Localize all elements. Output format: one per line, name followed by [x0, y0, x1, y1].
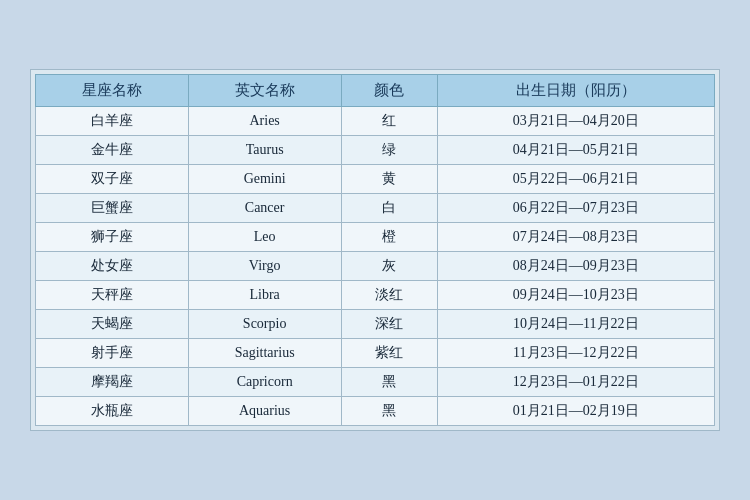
- header-english-name: 英文名称: [188, 75, 341, 107]
- cell-chinese-name: 摩羯座: [36, 368, 189, 397]
- cell-color: 紫红: [341, 339, 437, 368]
- cell-color: 绿: [341, 136, 437, 165]
- cell-english-name: Leo: [188, 223, 341, 252]
- header-color: 颜色: [341, 75, 437, 107]
- table-row: 射手座Sagittarius紫红11月23日—12月22日: [36, 339, 715, 368]
- cell-english-name: Taurus: [188, 136, 341, 165]
- cell-color: 黑: [341, 397, 437, 426]
- table-row: 狮子座Leo橙07月24日—08月23日: [36, 223, 715, 252]
- table-row: 金牛座Taurus绿04月21日—05月21日: [36, 136, 715, 165]
- table-row: 摩羯座Capricorn黑12月23日—01月22日: [36, 368, 715, 397]
- cell-chinese-name: 金牛座: [36, 136, 189, 165]
- cell-chinese-name: 天秤座: [36, 281, 189, 310]
- cell-dates: 12月23日—01月22日: [437, 368, 714, 397]
- cell-color: 淡红: [341, 281, 437, 310]
- zodiac-table: 星座名称 英文名称 颜色 出生日期（阳历） 白羊座Aries红03月21日—04…: [35, 74, 715, 426]
- header-dates: 出生日期（阳历）: [437, 75, 714, 107]
- cell-chinese-name: 狮子座: [36, 223, 189, 252]
- cell-chinese-name: 射手座: [36, 339, 189, 368]
- cell-dates: 05月22日—06月21日: [437, 165, 714, 194]
- cell-color: 灰: [341, 252, 437, 281]
- table-row: 双子座Gemini黄05月22日—06月21日: [36, 165, 715, 194]
- table-row: 天秤座Libra淡红09月24日—10月23日: [36, 281, 715, 310]
- cell-chinese-name: 天蝎座: [36, 310, 189, 339]
- header-chinese-name: 星座名称: [36, 75, 189, 107]
- cell-dates: 09月24日—10月23日: [437, 281, 714, 310]
- cell-color: 红: [341, 107, 437, 136]
- cell-color: 白: [341, 194, 437, 223]
- cell-dates: 04月21日—05月21日: [437, 136, 714, 165]
- cell-dates: 10月24日—11月22日: [437, 310, 714, 339]
- cell-dates: 03月21日—04月20日: [437, 107, 714, 136]
- cell-english-name: Gemini: [188, 165, 341, 194]
- cell-chinese-name: 巨蟹座: [36, 194, 189, 223]
- zodiac-table-container: 星座名称 英文名称 颜色 出生日期（阳历） 白羊座Aries红03月21日—04…: [30, 69, 720, 431]
- table-row: 巨蟹座Cancer白06月22日—07月23日: [36, 194, 715, 223]
- cell-chinese-name: 白羊座: [36, 107, 189, 136]
- cell-english-name: Sagittarius: [188, 339, 341, 368]
- cell-english-name: Virgo: [188, 252, 341, 281]
- cell-chinese-name: 处女座: [36, 252, 189, 281]
- cell-dates: 06月22日—07月23日: [437, 194, 714, 223]
- cell-color: 深红: [341, 310, 437, 339]
- cell-english-name: Cancer: [188, 194, 341, 223]
- cell-dates: 07月24日—08月23日: [437, 223, 714, 252]
- cell-english-name: Aquarius: [188, 397, 341, 426]
- cell-english-name: Capricorn: [188, 368, 341, 397]
- cell-color: 橙: [341, 223, 437, 252]
- cell-english-name: Scorpio: [188, 310, 341, 339]
- cell-chinese-name: 双子座: [36, 165, 189, 194]
- cell-color: 黄: [341, 165, 437, 194]
- table-header-row: 星座名称 英文名称 颜色 出生日期（阳历）: [36, 75, 715, 107]
- cell-chinese-name: 水瓶座: [36, 397, 189, 426]
- cell-color: 黑: [341, 368, 437, 397]
- cell-english-name: Aries: [188, 107, 341, 136]
- table-row: 白羊座Aries红03月21日—04月20日: [36, 107, 715, 136]
- table-row: 天蝎座Scorpio深红10月24日—11月22日: [36, 310, 715, 339]
- table-body: 白羊座Aries红03月21日—04月20日金牛座Taurus绿04月21日—0…: [36, 107, 715, 426]
- table-row: 水瓶座Aquarius黑01月21日—02月19日: [36, 397, 715, 426]
- cell-dates: 08月24日—09月23日: [437, 252, 714, 281]
- cell-dates: 11月23日—12月22日: [437, 339, 714, 368]
- table-row: 处女座Virgo灰08月24日—09月23日: [36, 252, 715, 281]
- cell-english-name: Libra: [188, 281, 341, 310]
- cell-dates: 01月21日—02月19日: [437, 397, 714, 426]
